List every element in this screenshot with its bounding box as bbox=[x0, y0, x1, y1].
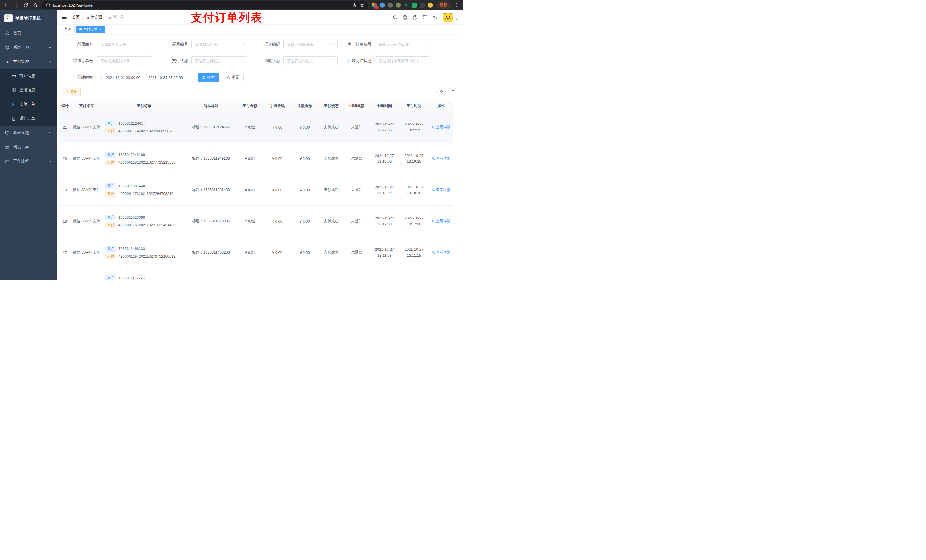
filter-row-1: 所属商户 应用编号 渠道编码 bbox=[63, 40, 457, 49]
search-toggle-button[interactable] bbox=[437, 88, 446, 96]
merchant-order-no: 1635312124657 bbox=[118, 121, 145, 125]
bookmark-star-icon[interactable] bbox=[359, 2, 365, 8]
reset-button[interactable]: 重置 bbox=[222, 73, 244, 82]
extension-icon-2[interactable] bbox=[380, 3, 385, 8]
search-button[interactable]: 搜索 bbox=[198, 73, 219, 82]
address-bar[interactable]: localhost:1024/pay/order bbox=[42, 1, 368, 9]
fullscreen-icon[interactable] bbox=[422, 15, 428, 20]
breadcrumb-pay[interactable]: 支付管理 bbox=[86, 15, 102, 20]
cell-refund: ¥ 0.00 bbox=[291, 112, 318, 143]
sidebar-item-workflow[interactable]: 工作流程 bbox=[0, 154, 57, 169]
emoji-extension-icon[interactable]: ツ bbox=[428, 3, 433, 8]
callback-status-select[interactable] bbox=[375, 56, 430, 65]
refresh-button[interactable] bbox=[449, 88, 457, 96]
pay-tag: 支付 bbox=[105, 254, 116, 259]
channel-order-no-field[interactable] bbox=[97, 56, 152, 65]
sidebar-item-dev-tools[interactable]: 研发工具 bbox=[0, 140, 57, 154]
extensions-pin-icon[interactable] bbox=[420, 3, 425, 8]
sidebar-item-pay[interactable]: ¥ 支付管理 bbox=[0, 54, 57, 69]
extension-icon-1[interactable]: 10 bbox=[372, 3, 377, 8]
date-start[interactable]: 2021-10-01 00:00:00 bbox=[106, 75, 141, 80]
cell-channel: 微信 JSAPI 支付 bbox=[71, 174, 103, 205]
table-row-partial: 商户 1635311157296 bbox=[59, 268, 453, 280]
reload-icon[interactable] bbox=[23, 2, 29, 8]
pay-status-input[interactable] bbox=[191, 56, 247, 65]
app-input[interactable] bbox=[191, 40, 247, 49]
merchant-order-no: 1635311468233 bbox=[118, 246, 145, 251]
chevron-down-icon bbox=[48, 145, 52, 149]
back-icon[interactable] bbox=[3, 2, 9, 8]
channel-code-input[interactable] bbox=[283, 40, 338, 49]
share-icon[interactable] bbox=[351, 2, 357, 8]
home-icon[interactable] bbox=[32, 2, 38, 8]
channel-order-no-input[interactable] bbox=[97, 56, 152, 65]
sidebar-item-home[interactable]: 首页 bbox=[0, 26, 57, 41]
tab-home[interactable]: 首页 bbox=[62, 26, 75, 33]
sidebar-item-infra[interactable]: 基础设施 bbox=[0, 126, 57, 140]
extension-icon-4[interactable] bbox=[396, 3, 401, 8]
cell-id: 17 bbox=[59, 237, 71, 268]
github-icon[interactable] bbox=[402, 15, 408, 20]
cell-title: 标题：1635311949168 bbox=[186, 143, 236, 174]
sidebar-item-pay-order[interactable]: 支付订单 bbox=[0, 97, 57, 112]
help-icon[interactable] bbox=[413, 15, 418, 20]
cell-pay-time: 2021-10-27 13:17:08 bbox=[399, 205, 429, 237]
url-text[interactable]: localhost:1024/pay/order bbox=[53, 3, 349, 8]
cell-id: 20 bbox=[59, 143, 71, 174]
breadcrumb-home[interactable]: 首页 bbox=[72, 15, 80, 20]
extension-icon-3[interactable] bbox=[388, 3, 393, 8]
update-button[interactable]: 更新 bbox=[436, 2, 451, 9]
pay-status-select[interactable] bbox=[191, 56, 247, 65]
avatar[interactable] bbox=[443, 12, 453, 22]
column-header: 支付订单 bbox=[103, 100, 186, 112]
caret-down-icon[interactable] bbox=[455, 18, 458, 21]
site-info-icon[interactable] bbox=[45, 2, 51, 8]
column-header: 手续金额 bbox=[264, 100, 291, 112]
create-time-range[interactable]: 2021-10-01 00:00:00 - 2021-10-31 23:59:5… bbox=[97, 73, 193, 82]
tab-pay-order[interactable]: 支付订单 × bbox=[76, 26, 105, 33]
merchant-select[interactable] bbox=[97, 40, 152, 49]
cell-title: 标题：1635312124656 bbox=[186, 112, 236, 143]
callback-status-input[interactable] bbox=[375, 56, 430, 65]
cell-action: 查看详情 bbox=[429, 143, 453, 174]
view-detail-link[interactable]: 查看详情 bbox=[432, 156, 451, 161]
refund-status-input[interactable] bbox=[283, 56, 338, 65]
cell-order: 商户 1635311881440 支付 42000011732021102728… bbox=[103, 174, 186, 205]
forward-icon[interactable] bbox=[13, 2, 19, 8]
vue-devtools-icon[interactable]: V bbox=[404, 3, 409, 8]
browser-menu-icon[interactable]: ⋮ bbox=[454, 3, 460, 8]
cell-fee: ¥ 0.00 bbox=[264, 174, 291, 205]
app-title: 芋道管理系统 bbox=[15, 16, 41, 21]
column-header: 支付状态 bbox=[318, 100, 344, 112]
cell-action: 查看详情 bbox=[429, 112, 453, 143]
breadcrumb: 首页 / 支付管理 / 支付订单 bbox=[72, 15, 124, 20]
export-button[interactable]: 导出 bbox=[63, 88, 80, 96]
cell-pay-time: 2021-10-27 13:22:15 bbox=[399, 112, 429, 143]
app-select[interactable] bbox=[191, 40, 247, 49]
refund-status-select[interactable] bbox=[283, 56, 338, 65]
channel-code-select[interactable] bbox=[283, 40, 338, 49]
pay-tag: 支付 bbox=[105, 160, 116, 165]
tab-close-icon[interactable]: × bbox=[99, 27, 101, 31]
extension-icon-6[interactable] bbox=[412, 3, 417, 8]
file-icon bbox=[11, 116, 16, 121]
view-detail-link[interactable]: 查看详情 bbox=[432, 187, 451, 192]
font-size-icon[interactable]: TT bbox=[433, 15, 438, 20]
view-detail-link[interactable]: 查看详情 bbox=[432, 250, 451, 255]
sidebar-item-system[interactable]: 系统管理 bbox=[0, 41, 57, 54]
merchant-tag: 商户 bbox=[105, 275, 116, 280]
filter-row-2: 渠道订单号 支付状态 退款状态 bbox=[63, 56, 457, 65]
sidebar-item-app-info[interactable]: 应用信息 bbox=[0, 83, 57, 97]
sidebar-item-merchant-info[interactable]: 商户信息 bbox=[0, 69, 57, 83]
merchant-order-no-input[interactable] bbox=[375, 40, 430, 49]
view-detail-link[interactable]: 查看详情 bbox=[432, 125, 451, 130]
sidebar-item-refund-order[interactable]: 退款订单 bbox=[0, 112, 57, 126]
cell-notify-status: 未通知 bbox=[344, 237, 369, 268]
merchant-input[interactable] bbox=[97, 40, 152, 49]
merchant-order-no-field[interactable] bbox=[375, 40, 430, 49]
table-header-row: 编号 支付渠道 支付订单 商品标题 支付金额 手续金额 退款金额 支付状态 回调… bbox=[59, 100, 453, 112]
sidebar-fold-icon[interactable] bbox=[62, 15, 67, 20]
date-end[interactable]: 2021-10-31 23:59:59 bbox=[148, 75, 183, 80]
search-icon[interactable] bbox=[392, 15, 398, 20]
view-detail-link[interactable]: 查看详情 bbox=[432, 219, 451, 223]
